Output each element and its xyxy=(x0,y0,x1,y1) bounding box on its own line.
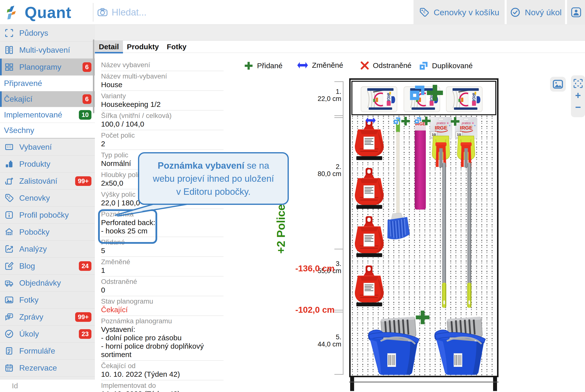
blog-edit-icon xyxy=(5,261,14,270)
sidebar-item-fotky[interactable]: Fotky xyxy=(0,292,95,308)
product-irge-mop[interactable]: pratico IRGE 10 xyxy=(430,117,452,168)
labels-in-cart-button[interactable]: € Cenovky v košíku xyxy=(414,0,505,24)
sidebar-item-zalistovani[interactable]: Zalistování 99+ xyxy=(0,172,95,190)
field-value: House xyxy=(101,80,223,89)
logo-text: Quant xyxy=(25,4,72,22)
field-nazev-vybaveni[interactable]: Název vybavení xyxy=(101,60,223,71)
badge: 99+ xyxy=(75,176,91,186)
sidebar-item-label: Implementované xyxy=(4,110,62,120)
pole-grip xyxy=(442,283,446,308)
sidebar-item-zpravy[interactable]: Zprávy 99+ xyxy=(0,308,95,326)
product-irge-pack[interactable]: IRGE xyxy=(360,86,398,113)
sidebar-item-vsechny[interactable]: Všechny xyxy=(0,123,95,139)
sidebar-item-implementovane[interactable]: Implementované 10 xyxy=(0,107,95,123)
field-cekajici-od[interactable]: Čekající od10. 10. 2022 (Týden 42) xyxy=(101,361,223,380)
truck-icon xyxy=(5,278,14,288)
product-broom[interactable] xyxy=(385,119,412,252)
pole-hole xyxy=(443,300,445,304)
sidebar-item-analyzy[interactable]: Analýzy xyxy=(0,240,95,258)
product-mop-bucket[interactable] xyxy=(433,317,488,375)
check-circle-icon xyxy=(510,7,520,18)
field-pridane[interactable]: Přidané5 xyxy=(101,237,223,257)
badge: 6 xyxy=(83,62,91,72)
product-microfibre-cloth[interactable]: IRGE xyxy=(415,117,426,210)
sidebar-item-ukoly[interactable]: Úkoly 23 xyxy=(0,326,95,342)
tab-produkty[interactable]: Produkty xyxy=(123,41,163,53)
field-varianty[interactable]: VariantyHousekeeping 1/2 xyxy=(101,91,223,110)
sidebar-item-label: Rezervace xyxy=(19,364,57,372)
sidebar-item-rezervace[interactable]: Rezervace xyxy=(0,360,95,376)
sidebar-item-label: Profil pobočky xyxy=(19,210,69,220)
field-value: 14. 10. 2022 (Týden 42) xyxy=(101,390,223,392)
listing-icon xyxy=(5,176,14,186)
sidebar-item-cenovky[interactable]: € Cenovky xyxy=(0,190,95,206)
field-label: Změněné xyxy=(101,258,223,266)
tooltip-bubble: Poznámka vybavení se na webu projeví ihn… xyxy=(138,152,289,205)
sidebar-item-label: Půdorys xyxy=(19,28,48,38)
sidebar-item-formulare[interactable]: Formuláře xyxy=(0,342,95,360)
sidebar-item-pobocky[interactable]: Pobočky xyxy=(0,224,95,240)
sidebar-item-pripravene[interactable]: Připravené xyxy=(0,76,95,91)
user-profile-button[interactable] xyxy=(567,0,585,24)
sidebar-item-label: Připravené xyxy=(4,79,42,88)
zoom-controls: + − xyxy=(571,75,585,117)
field-label: Šířka (vnitřní / celková) xyxy=(101,112,223,120)
logo[interactable]: Quant xyxy=(7,4,72,22)
zoom-out-button[interactable]: − xyxy=(573,102,583,113)
field-pocet-polic[interactable]: Počet polic2 xyxy=(101,130,223,150)
legend-removed: Odstraněné xyxy=(360,61,412,70)
ruler-tick xyxy=(334,117,344,118)
offset-label-102: -102,0 cm xyxy=(283,305,335,315)
field-zmenene[interactable]: Změněné1 xyxy=(101,257,223,276)
field-value: 5 xyxy=(101,246,223,255)
product-irge-pack[interactable]: IRGE xyxy=(446,86,483,113)
field-poznamka-planogramu[interactable]: Poznámka planogramuVystavení: - dolní po… xyxy=(101,316,223,361)
field-nazev-multi[interactable]: Název multi-vybaveníHouse xyxy=(101,71,223,91)
field-sirka[interactable]: Šířka (vnitřní / celková)100,0 / 104,0 xyxy=(101,110,223,130)
floorplan-icon xyxy=(5,28,14,38)
field-label: Poznámka planogramu xyxy=(101,317,223,325)
svg-text:pratico: pratico xyxy=(436,122,446,125)
sidebar-item-pudorys[interactable]: Půdorys xyxy=(0,24,95,42)
zoom-in-button[interactable]: + xyxy=(573,90,583,101)
image-icon xyxy=(552,79,563,90)
field-label: Implementovat do xyxy=(101,382,223,390)
sidebar-item-label: Planogramy xyxy=(19,62,61,72)
product-dustpan[interactable] xyxy=(353,119,385,162)
product-dustpan[interactable] xyxy=(353,266,385,309)
product-dustpan[interactable] xyxy=(353,216,385,260)
forms-icon xyxy=(5,346,14,356)
product-mop-pole[interactable] xyxy=(467,162,471,308)
product-mop-pole[interactable] xyxy=(442,162,446,308)
field-implementovat-do[interactable]: Implementovat do14. 10. 2022 (Týden 42) xyxy=(101,380,223,392)
search-input[interactable] xyxy=(112,7,235,18)
camera-icon[interactable] xyxy=(97,7,108,18)
sidebar-item-produkty[interactable]: Produkty xyxy=(0,156,95,172)
field-poznamka[interactable]: PoznámkaPerforated back: - hooks 25 cm xyxy=(101,209,223,237)
sidebar-item-multi-vybaveni[interactable]: Multi-vybavení xyxy=(0,42,95,58)
field-value-status: Čekající xyxy=(101,306,223,314)
fit-screen-button[interactable] xyxy=(573,78,583,89)
sidebar-item-profil-pobocky[interactable]: Profil pobočky xyxy=(0,206,95,224)
new-task-button[interactable]: Nový úkol xyxy=(507,0,565,24)
field-stav-planogramu[interactable]: Stav planogramuČekající xyxy=(101,296,223,316)
product-dustpan[interactable] xyxy=(353,168,385,211)
planogram-frame[interactable]: IRGE IRGE xyxy=(349,78,498,377)
shelf-label-2: 2.80,0 cm xyxy=(304,163,341,178)
field-label: Název multi-vybavení xyxy=(101,72,223,80)
photo-view-button[interactable] xyxy=(550,77,566,92)
tooltip-line2: webu projeví ihned po uložení xyxy=(153,172,274,185)
tab-fotky[interactable]: Fotky xyxy=(163,41,190,53)
added-marker-icon xyxy=(450,116,460,126)
sidebar-item-planogramy[interactable]: Planogramy 6 xyxy=(0,58,95,76)
products-icon xyxy=(5,159,14,169)
sidebar-item-cekajici[interactable]: Čekající 6 xyxy=(0,91,95,107)
field-odstranene[interactable]: Odstraněné0 xyxy=(101,276,223,296)
sidebar-item-vybaveni[interactable]: Vybavení xyxy=(0,139,95,156)
sidebar-item-blog[interactable]: Blog 24 xyxy=(0,258,95,274)
sidebar-item-objednavky[interactable]: Objednávky xyxy=(0,274,95,292)
product-mop-bucket[interactable] xyxy=(367,317,422,375)
sidebar-scrollbar[interactable] xyxy=(93,40,94,113)
field-value: 2 xyxy=(101,140,223,148)
tab-detail[interactable]: Detail xyxy=(95,41,123,53)
